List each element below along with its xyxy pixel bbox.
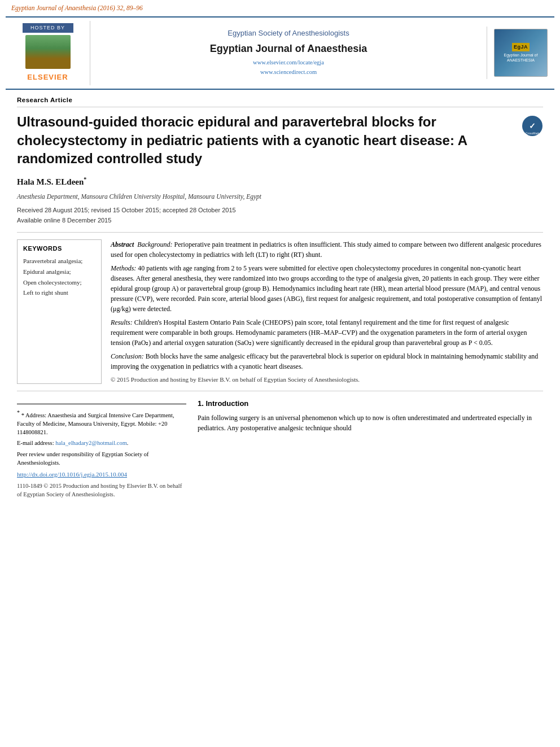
citation-bar: Egyptian Journal of Anaesthesia (2016) 3… bbox=[0, 0, 560, 16]
online-date: Available online 8 December 2015 bbox=[17, 216, 543, 225]
title-row: Ultrasound-guided thoracic epidural and … bbox=[17, 113, 543, 168]
svg-text:✓: ✓ bbox=[529, 121, 536, 130]
footnote-column: * * Address: Anaesthesia and Surgical In… bbox=[17, 398, 186, 499]
background-label: Background: bbox=[137, 241, 172, 248]
received-date: Received 28 August 2015; revised 15 Octo… bbox=[17, 206, 543, 215]
abstract-background: Abstract Background: Perioperative pain … bbox=[111, 239, 543, 260]
methods-label: Methods: bbox=[111, 264, 136, 272]
header-right-panel: EgJA Egyptian Journal of ANAESTHESIA bbox=[487, 27, 554, 79]
main-content: Research Article Ultrasound-guided thora… bbox=[0, 90, 560, 510]
abstract-panel: Abstract Background: Perioperative pain … bbox=[111, 239, 543, 385]
peer-review-note: Peer review under responsibility of Egyp… bbox=[17, 450, 186, 467]
article-title: Ultrasound-guided thoracic epidural and … bbox=[17, 113, 515, 168]
cover-full-name: Egyptian Journal of ANAESTHESIA bbox=[497, 53, 545, 63]
abstract-conclusion: Conclusion: Both blocks have the same an… bbox=[111, 351, 543, 372]
divider bbox=[17, 232, 543, 233]
journal-url1[interactable]: www.elsevier.com/locate/egja bbox=[102, 58, 475, 68]
abstract-main-label: Abstract bbox=[111, 241, 134, 248]
author-sup: * bbox=[84, 176, 86, 182]
intro-text: Pain following surgery is an universal p… bbox=[198, 413, 543, 433]
doi-link[interactable]: http://dx.doi.org/10.1016/j.egja.2015.10… bbox=[17, 470, 186, 479]
journal-cover-image: EgJA Egyptian Journal of ANAESTHESIA bbox=[494, 29, 548, 77]
abstract-methods: Methods: 40 patients with age ranging fr… bbox=[111, 263, 543, 314]
cover-abbr: EgJA bbox=[512, 43, 530, 51]
results-label: Results: bbox=[111, 318, 133, 326]
methods-text: 40 patients with age ranging from 2 to 5… bbox=[111, 264, 542, 313]
section-label: Research Article bbox=[17, 95, 543, 108]
keywords-title: KEYWORDS bbox=[23, 244, 95, 254]
abstract-copyright: © 2015 Production and hosting by Elsevie… bbox=[111, 375, 543, 385]
journal-url2[interactable]: www.sciencedirect.com bbox=[102, 68, 475, 77]
keywords-abstract-section: KEYWORDS Paravertebral analgesia; Epidur… bbox=[17, 239, 543, 385]
introduction-column: 1. Introduction Pain following surgery i… bbox=[198, 398, 543, 499]
footnote-star: * bbox=[17, 409, 20, 416]
divider-2 bbox=[17, 391, 543, 391]
header-left-panel: HOSTED BY ELSEVIER bbox=[6, 21, 90, 85]
author-name: Hala M.S. ELdeen* bbox=[17, 176, 543, 189]
background-text: Perioperative pain treatment in pediatri… bbox=[111, 241, 541, 259]
intro-heading: 1. Introduction bbox=[198, 398, 543, 409]
keywords-panel: KEYWORDS Paravertebral analgesia; Epidur… bbox=[17, 239, 102, 385]
crossmark-icon: ✓ CrossMark bbox=[522, 115, 543, 137]
email-link[interactable]: hala_elhadary2@hotmail.com bbox=[55, 440, 127, 446]
society-name: Egyptian Society of Anesthesiologists bbox=[102, 28, 475, 39]
conclusion-text: Both blocks have the same analgesic effi… bbox=[111, 352, 538, 370]
footnote-email: E-mail address: hala_elhadary2@hotmail.c… bbox=[17, 439, 186, 447]
header-center-panel: Egyptian Society of Anesthesiologists Eg… bbox=[90, 26, 487, 80]
results-text: Children's Hospital Eastern Ontario Pain… bbox=[111, 318, 527, 347]
journal-header: HOSTED BY ELSEVIER Egyptian Society of A… bbox=[6, 16, 554, 90]
hosted-by-badge: HOSTED BY bbox=[23, 23, 73, 33]
conclusion-label: Conclusion: bbox=[111, 352, 144, 360]
footnote-address: * * Address: Anaesthesia and Surgical In… bbox=[17, 409, 186, 436]
keyword-4: Left to right shunt bbox=[23, 289, 95, 298]
bottom-section: * * Address: Anaesthesia and Surgical In… bbox=[17, 398, 543, 499]
keyword-3: Open cholecystectomy; bbox=[23, 278, 95, 287]
journal-title: Egyptian Journal of Anaesthesia bbox=[102, 41, 475, 56]
abstract-results: Results: Children's Hospital Eastern Ont… bbox=[111, 317, 543, 348]
footnote-block: * * Address: Anaesthesia and Surgical In… bbox=[17, 404, 186, 499]
tree-illustration bbox=[25, 35, 71, 69]
svg-text:CrossMark: CrossMark bbox=[526, 132, 540, 135]
keyword-1: Paravertebral analgesia; bbox=[23, 257, 95, 266]
affiliation: Anesthesia Department, Mansoura Children… bbox=[17, 192, 543, 202]
issn-copyright: 1110-1849 © 2015 Production and hosting … bbox=[17, 482, 186, 499]
keyword-2: Epidural analgesia; bbox=[23, 268, 95, 277]
citation-text: Egyptian Journal of Anaesthesia (2016) 3… bbox=[11, 5, 143, 11]
elsevier-logo: ELSEVIER bbox=[27, 72, 68, 83]
